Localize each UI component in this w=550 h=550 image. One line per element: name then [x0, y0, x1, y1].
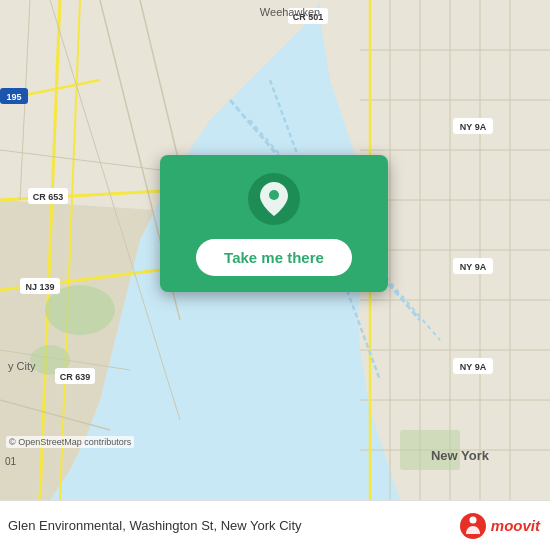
location-icon-wrapper: [248, 173, 300, 225]
svg-text:CR 653: CR 653: [33, 192, 64, 202]
svg-text:Weehawken: Weehawken: [260, 6, 320, 18]
moovit-logo: moovit: [459, 512, 540, 540]
moovit-icon: [459, 512, 487, 540]
svg-text:NJ 139: NJ 139: [25, 282, 54, 292]
take-me-there-button[interactable]: Take me there: [196, 239, 352, 276]
svg-text:NY 9A: NY 9A: [460, 362, 487, 372]
svg-text:CR 639: CR 639: [60, 372, 91, 382]
svg-point-57: [269, 190, 279, 200]
location-card: Take me there: [160, 155, 388, 292]
osm-attribution: © OpenStreetMap contributors: [6, 436, 134, 448]
svg-text:NY 9A: NY 9A: [460, 122, 487, 132]
svg-point-59: [469, 516, 476, 523]
map-container: CR 501 195 CR 653 NJ 139 CR 639 NY 9A NY…: [0, 0, 550, 500]
svg-text:01: 01: [5, 456, 17, 467]
location-label: Glen Environmental, Washington St, New Y…: [8, 518, 459, 533]
moovit-label: moovit: [491, 517, 540, 534]
svg-text:New York: New York: [431, 448, 490, 463]
svg-text:y City: y City: [8, 360, 36, 372]
svg-text:195: 195: [6, 92, 21, 102]
location-pin-icon: [260, 182, 288, 216]
bottom-bar: Glen Environmental, Washington St, New Y…: [0, 500, 550, 550]
svg-text:NY 9A: NY 9A: [460, 262, 487, 272]
